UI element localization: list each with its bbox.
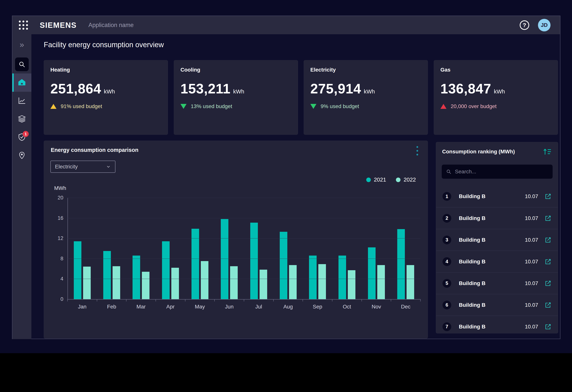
legend-label-2022: 2022 (403, 177, 416, 183)
y-tick-label-8: 8 (61, 256, 63, 261)
y-tick-label-12: 12 (58, 235, 63, 241)
bar-2022-mar (142, 272, 149, 299)
consumption-value: 10.07 (525, 259, 538, 265)
x-axis-label-aug: Aug (273, 304, 303, 310)
x-axis-tick (126, 299, 127, 301)
sidebar-item-compliance[interactable]: 1 (12, 128, 31, 147)
kebab-menu-icon[interactable] (415, 145, 419, 157)
bar-2021-dec (397, 229, 405, 299)
bar-2021-feb (103, 251, 111, 299)
gridline-20 (67, 198, 420, 198)
kpi-status-text: 91% used budget (61, 103, 102, 109)
x-axis-tick (302, 299, 303, 301)
bar-2021-sep (309, 256, 317, 299)
sidebar-item-locations[interactable] (12, 147, 31, 165)
ranking-row-6[interactable]: 6 Building B 10.07 (436, 294, 558, 316)
trend-triangle-icon (180, 104, 187, 109)
ranking-row-7[interactable]: 7 Building B 10.07 (436, 316, 558, 333)
legend-label-2021: 2021 (374, 177, 386, 183)
y-tick-label-16: 16 (58, 215, 63, 221)
bar-group-sep (303, 198, 332, 299)
help-icon[interactable]: ? (520, 20, 529, 30)
sidebar-item-home[interactable] (12, 73, 31, 92)
sidebar: » (12, 34, 31, 339)
ranking-row-5[interactable]: 5 Building B 10.07 (436, 272, 558, 294)
bar-group-nov (362, 198, 391, 299)
dropdown-selected-value: Electricity (55, 164, 78, 170)
kpi-label: Cooling (180, 67, 291, 73)
kpi-card-gas: Gas 136,847 kWh 20,000 over budget (434, 60, 558, 135)
bar-2022-feb (112, 266, 120, 299)
ranking-row-3[interactable]: 3 Building B 10.07 (436, 229, 558, 251)
x-axis-label-feb: Feb (97, 304, 127, 310)
gridline-8 (67, 259, 420, 259)
sidebar-item-layers[interactable] (12, 110, 31, 128)
kpi-card-cooling: Cooling 153,211 kWh 13% used budget (174, 60, 298, 135)
bar-2022-jul (260, 270, 267, 299)
bar-group-aug (273, 198, 303, 299)
kpi-label: Electricity (310, 67, 421, 73)
energy-type-dropdown[interactable]: Electricity (50, 161, 115, 173)
external-link-icon[interactable] (545, 280, 552, 287)
bar-2022-jan (83, 267, 91, 299)
bar-group-jun (215, 198, 244, 299)
ranking-row-1[interactable]: 1 Building B 10.07 (436, 185, 558, 207)
x-axis-tick (156, 299, 156, 301)
bar-2021-aug (280, 232, 287, 299)
building-name: Building B (459, 302, 525, 308)
sidebar-item-search[interactable] (12, 55, 31, 73)
consumption-value: 10.07 (525, 237, 538, 243)
external-link-icon[interactable] (545, 302, 552, 309)
sidebar-expand-button[interactable]: » (12, 34, 31, 55)
kpi-status-text: 9% used budget (321, 103, 359, 109)
ranking-title: Consumption ranking (MWh) (442, 149, 515, 155)
external-link-icon[interactable] (545, 193, 552, 200)
bar-2021-may (191, 229, 199, 299)
x-axis-label-sep: Sep (303, 304, 332, 310)
kpi-unit: kWh (494, 88, 505, 95)
line-chart-icon (18, 97, 26, 105)
notification-badge: 1 (23, 131, 29, 137)
energy-comparison-card: Energy consumption comparison Electricit… (44, 141, 428, 339)
app-launcher-icon[interactable] (19, 20, 28, 30)
building-name: Building B (459, 259, 525, 265)
bar-2021-mar (133, 256, 140, 299)
bar-2021-nov (368, 247, 376, 299)
rank-number-badge: 3 (443, 236, 451, 244)
trend-triangle-icon (310, 104, 317, 109)
external-link-icon[interactable] (545, 323, 552, 330)
consumption-value: 10.07 (525, 193, 538, 199)
building-name: Building B (459, 193, 525, 199)
consumption-value: 10.07 (525, 280, 538, 286)
building-name: Building B (459, 237, 525, 243)
ranking-row-4[interactable]: 4 Building B 10.07 (436, 251, 558, 272)
external-link-icon[interactable] (545, 237, 552, 243)
building-name: Building B (459, 215, 525, 221)
x-axis-tick (332, 299, 333, 301)
avatar[interactable]: JD (538, 19, 551, 32)
bar-2022-sep (318, 264, 326, 299)
rank-number-badge: 7 (443, 322, 451, 331)
kpi-value: 275,914 (310, 81, 361, 97)
y-tick-label-20: 20 (58, 195, 63, 201)
x-axis-label-jan: Jan (67, 304, 97, 310)
sort-ascending-icon[interactable] (543, 148, 552, 156)
ranking-row-2[interactable]: 2 Building B 10.07 (436, 207, 558, 229)
search-input[interactable] (455, 169, 548, 175)
search-icon (446, 169, 451, 175)
consumption-value: 10.07 (525, 302, 538, 308)
rank-number-badge: 1 (443, 192, 451, 201)
sidebar-item-analytics[interactable] (12, 92, 31, 110)
bar-group-feb (97, 198, 127, 299)
consumption-value: 10.07 (525, 215, 538, 221)
active-indicator (12, 73, 14, 92)
siemens-logo: SIEMENS (40, 21, 77, 30)
layers-icon (18, 115, 26, 124)
y-tick-label-4: 4 (61, 276, 63, 282)
y-tick-label-0: 0 (61, 296, 63, 302)
kpi-unit: kWh (233, 88, 244, 95)
external-link-icon[interactable] (545, 258, 552, 265)
x-axis-label-jun: Jun (215, 304, 244, 310)
kpi-status-text: 20,000 over budget (451, 103, 496, 109)
external-link-icon[interactable] (545, 215, 552, 222)
